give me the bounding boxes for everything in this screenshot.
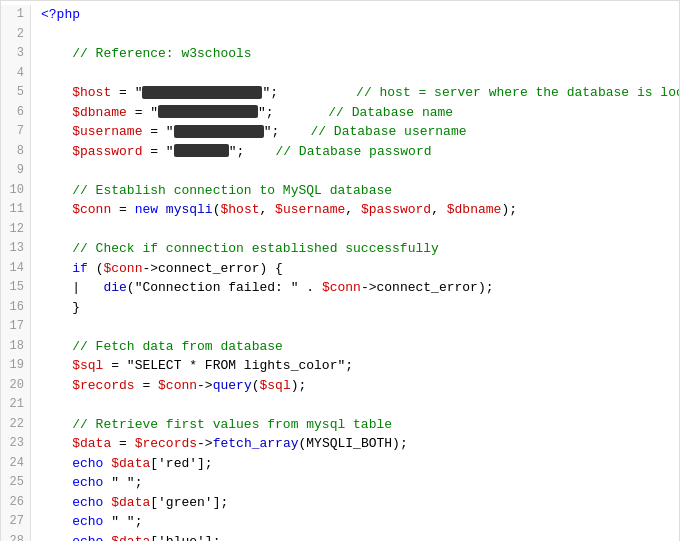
code-container: 1 2 3 4 5 6 7 8 9 10 11 12 13 14 15 16 1… <box>0 0 680 541</box>
code-line <box>41 161 680 181</box>
code-line: // Retrieve first values from mysql tabl… <box>41 415 680 435</box>
code-area: 1 2 3 4 5 6 7 8 9 10 11 12 13 14 15 16 1… <box>1 1 679 541</box>
code-line: $username = " "; // Database username <box>41 122 680 142</box>
code-line: // Check if connection established succe… <box>41 239 680 259</box>
code-line <box>41 220 680 240</box>
comment-host: // host = server where the database is l… <box>356 85 680 100</box>
comment-user: // Database username <box>310 124 466 139</box>
code-line: $dbname = " "; // Database name <box>41 103 680 123</box>
code-line: $records = $conn->query($sql); <box>41 376 680 396</box>
code-lines: <?php // Reference: w3schools $host = " … <box>31 5 680 541</box>
code-line: echo " "; <box>41 512 680 532</box>
comment-db: // Database name <box>328 105 453 120</box>
comment-pass: // Database password <box>275 144 431 159</box>
code-line <box>41 64 680 84</box>
comment-check: // Check if connection established succe… <box>72 241 439 256</box>
code-line: // Fetch data from database <box>41 337 680 357</box>
code-line: echo $data['green']; <box>41 493 680 513</box>
code-line: // Reference: w3schools <box>41 44 680 64</box>
comment-establish: // Establish connection to MySQL databas… <box>72 183 392 198</box>
code-line: <?php <box>41 5 680 25</box>
code-line: echo " "; <box>41 473 680 493</box>
code-line: $sql = "SELECT * FROM lights_color"; <box>41 356 680 376</box>
code-line: | die("Connection failed: " . $conn->con… <box>41 278 680 298</box>
line-numbers: 1 2 3 4 5 6 7 8 9 10 11 12 13 14 15 16 1… <box>1 5 31 541</box>
code-line <box>41 395 680 415</box>
code-line: if ($conn->connect_error) { <box>41 259 680 279</box>
code-line: echo $data['red']; <box>41 454 680 474</box>
code-line <box>41 317 680 337</box>
code-line: $conn = new mysqli($host, $username, $pa… <box>41 200 680 220</box>
code-line: } <box>41 298 680 318</box>
code-line: $password = " "; // Database password <box>41 142 680 162</box>
code-line: $data = $records->fetch_array(MYSQLI_BOT… <box>41 434 680 454</box>
comment-retrieve: // Retrieve first values from mysql tabl… <box>72 417 392 432</box>
code-line: echo $data['blue']; <box>41 532 680 542</box>
code-line: // Establish connection to MySQL databas… <box>41 181 680 201</box>
comment-ref: // Reference: w3schools <box>72 46 251 61</box>
comment-fetch: // Fetch data from database <box>72 339 283 354</box>
code-line <box>41 25 680 45</box>
code-line: $host = " "; // host = server where the … <box>41 83 680 103</box>
